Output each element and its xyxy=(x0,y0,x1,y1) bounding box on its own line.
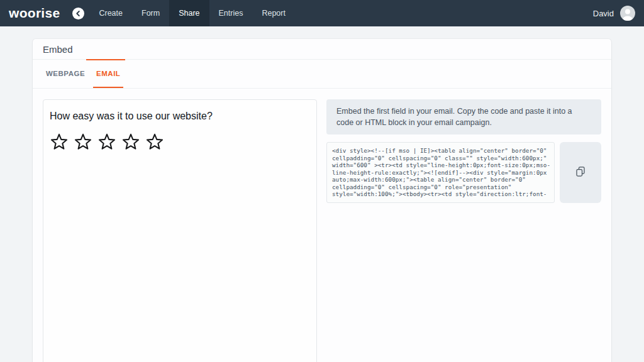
star-icon[interactable] xyxy=(50,133,69,151)
embed-code-snippet[interactable]: <div style><!--[if mso | IE]><table alig… xyxy=(326,142,555,203)
nav-item-entries[interactable]: Entries xyxy=(209,0,253,26)
user-name: David xyxy=(593,9,614,18)
embed-card-header: Embed xyxy=(33,39,611,60)
nav-item-create[interactable]: Create xyxy=(89,0,132,26)
tab-webpage[interactable]: WEBPAGE xyxy=(43,60,88,88)
star-icon[interactable] xyxy=(121,133,140,151)
page-title: Embed xyxy=(43,44,73,55)
question-label: How easy was it to use our website? xyxy=(50,111,310,122)
code-row: <div style><!--[if mso | IE]><table alig… xyxy=(326,142,601,203)
star-rating xyxy=(50,133,310,151)
embed-content: How easy was it to use our website? xyxy=(33,89,611,362)
back-button[interactable] xyxy=(72,8,84,19)
nav-item-report[interactable]: Report xyxy=(252,0,295,26)
star-icon[interactable] xyxy=(97,133,116,151)
avatar[interactable] xyxy=(620,6,635,21)
email-embed-column: Embed the first field in your email. Cop… xyxy=(326,99,601,362)
copy-icon xyxy=(575,166,586,179)
form-preview-panel: How easy was it to use our website? xyxy=(43,99,317,362)
user-icon xyxy=(620,6,635,21)
top-navbar: woorise Create Form Share Entries Report… xyxy=(0,0,644,26)
main-nav: Create Form Share Entries Report xyxy=(89,0,295,26)
embed-tabs: WEBPAGE EMAIL xyxy=(33,60,611,89)
chevron-left-icon xyxy=(75,10,82,17)
user-menu[interactable]: David xyxy=(593,6,644,21)
active-tab-accent-bar xyxy=(86,59,125,60)
star-icon[interactable] xyxy=(145,133,164,151)
woorise-logo[interactable]: woorise xyxy=(9,6,60,21)
embed-card: Embed WEBPAGE EMAIL How easy was it to u… xyxy=(33,39,611,362)
star-icon[interactable] xyxy=(74,133,92,151)
copy-code-button[interactable] xyxy=(560,142,601,203)
nav-item-share[interactable]: Share xyxy=(169,0,209,26)
tab-email[interactable]: EMAIL xyxy=(93,60,123,88)
nav-item-form[interactable]: Form xyxy=(132,0,169,26)
embed-instructions: Embed the first field in your email. Cop… xyxy=(326,99,601,134)
